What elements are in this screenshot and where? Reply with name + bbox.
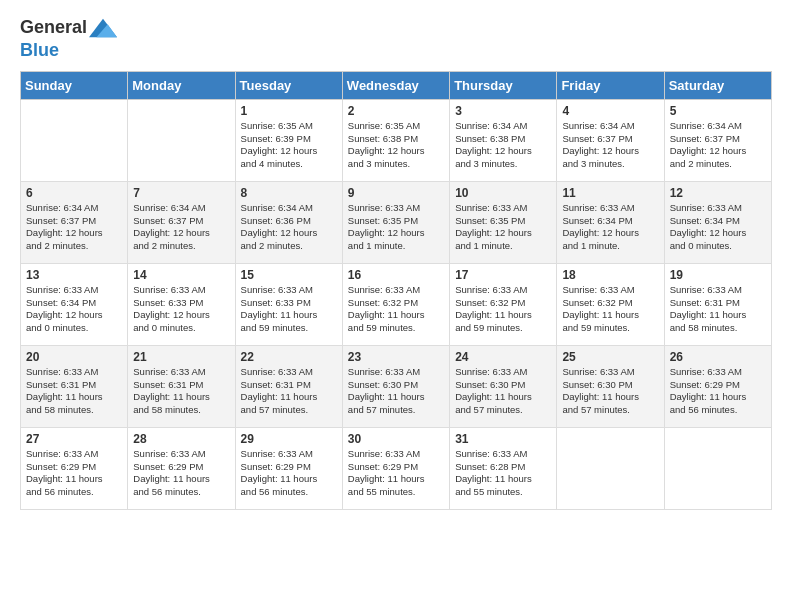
cell-content: Sunrise: 6:33 AM Sunset: 6:35 PM Dayligh… (348, 202, 444, 253)
cell-content: Sunrise: 6:33 AM Sunset: 6:31 PM Dayligh… (133, 366, 229, 417)
calendar-cell: 7Sunrise: 6:34 AM Sunset: 6:37 PM Daylig… (128, 181, 235, 263)
cell-content: Sunrise: 6:35 AM Sunset: 6:39 PM Dayligh… (241, 120, 337, 171)
calendar-week-2: 6Sunrise: 6:34 AM Sunset: 6:37 PM Daylig… (21, 181, 772, 263)
calendar-week-3: 13Sunrise: 6:33 AM Sunset: 6:34 PM Dayli… (21, 263, 772, 345)
calendar-cell: 27Sunrise: 6:33 AM Sunset: 6:29 PM Dayli… (21, 427, 128, 509)
logo-text: General (20, 16, 117, 40)
day-number: 21 (133, 350, 229, 364)
calendar-cell: 23Sunrise: 6:33 AM Sunset: 6:30 PM Dayli… (342, 345, 449, 427)
day-number: 13 (26, 268, 122, 282)
calendar-cell: 3Sunrise: 6:34 AM Sunset: 6:38 PM Daylig… (450, 99, 557, 181)
calendar-cell: 4Sunrise: 6:34 AM Sunset: 6:37 PM Daylig… (557, 99, 664, 181)
calendar-cell: 17Sunrise: 6:33 AM Sunset: 6:32 PM Dayli… (450, 263, 557, 345)
calendar-cell: 15Sunrise: 6:33 AM Sunset: 6:33 PM Dayli… (235, 263, 342, 345)
calendar-cell: 28Sunrise: 6:33 AM Sunset: 6:29 PM Dayli… (128, 427, 235, 509)
day-number: 5 (670, 104, 766, 118)
calendar-cell: 30Sunrise: 6:33 AM Sunset: 6:29 PM Dayli… (342, 427, 449, 509)
day-number: 10 (455, 186, 551, 200)
calendar-week-1: 1Sunrise: 6:35 AM Sunset: 6:39 PM Daylig… (21, 99, 772, 181)
cell-content: Sunrise: 6:33 AM Sunset: 6:31 PM Dayligh… (670, 284, 766, 335)
cell-content: Sunrise: 6:34 AM Sunset: 6:36 PM Dayligh… (241, 202, 337, 253)
day-number: 20 (26, 350, 122, 364)
calendar-cell: 6Sunrise: 6:34 AM Sunset: 6:37 PM Daylig… (21, 181, 128, 263)
calendar-cell: 24Sunrise: 6:33 AM Sunset: 6:30 PM Dayli… (450, 345, 557, 427)
calendar-header-saturday: Saturday (664, 71, 771, 99)
calendar-cell: 19Sunrise: 6:33 AM Sunset: 6:31 PM Dayli… (664, 263, 771, 345)
cell-content: Sunrise: 6:35 AM Sunset: 6:38 PM Dayligh… (348, 120, 444, 171)
cell-content: Sunrise: 6:33 AM Sunset: 6:29 PM Dayligh… (133, 448, 229, 499)
day-number: 1 (241, 104, 337, 118)
logo-blue: Blue (20, 40, 117, 61)
cell-content: Sunrise: 6:34 AM Sunset: 6:37 PM Dayligh… (562, 120, 658, 171)
day-number: 12 (670, 186, 766, 200)
cell-content: Sunrise: 6:33 AM Sunset: 6:34 PM Dayligh… (670, 202, 766, 253)
calendar-header-friday: Friday (557, 71, 664, 99)
day-number: 2 (348, 104, 444, 118)
cell-content: Sunrise: 6:33 AM Sunset: 6:35 PM Dayligh… (455, 202, 551, 253)
cell-content: Sunrise: 6:34 AM Sunset: 6:38 PM Dayligh… (455, 120, 551, 171)
day-number: 26 (670, 350, 766, 364)
calendar-cell: 29Sunrise: 6:33 AM Sunset: 6:29 PM Dayli… (235, 427, 342, 509)
calendar-cell: 18Sunrise: 6:33 AM Sunset: 6:32 PM Dayli… (557, 263, 664, 345)
cell-content: Sunrise: 6:33 AM Sunset: 6:29 PM Dayligh… (26, 448, 122, 499)
day-number: 15 (241, 268, 337, 282)
cell-content: Sunrise: 6:33 AM Sunset: 6:32 PM Dayligh… (562, 284, 658, 335)
calendar-cell: 5Sunrise: 6:34 AM Sunset: 6:37 PM Daylig… (664, 99, 771, 181)
calendar-cell: 12Sunrise: 6:33 AM Sunset: 6:34 PM Dayli… (664, 181, 771, 263)
day-number: 9 (348, 186, 444, 200)
cell-content: Sunrise: 6:33 AM Sunset: 6:34 PM Dayligh… (26, 284, 122, 335)
calendar-header-tuesday: Tuesday (235, 71, 342, 99)
calendar-cell: 22Sunrise: 6:33 AM Sunset: 6:31 PM Dayli… (235, 345, 342, 427)
cell-content: Sunrise: 6:33 AM Sunset: 6:34 PM Dayligh… (562, 202, 658, 253)
cell-content: Sunrise: 6:33 AM Sunset: 6:29 PM Dayligh… (670, 366, 766, 417)
day-number: 17 (455, 268, 551, 282)
page: General Blue SundayMondayTuesdayWednesda… (0, 0, 792, 520)
calendar-week-4: 20Sunrise: 6:33 AM Sunset: 6:31 PM Dayli… (21, 345, 772, 427)
cell-content: Sunrise: 6:33 AM Sunset: 6:29 PM Dayligh… (348, 448, 444, 499)
cell-content: Sunrise: 6:33 AM Sunset: 6:33 PM Dayligh… (241, 284, 337, 335)
day-number: 6 (26, 186, 122, 200)
calendar-cell: 8Sunrise: 6:34 AM Sunset: 6:36 PM Daylig… (235, 181, 342, 263)
day-number: 31 (455, 432, 551, 446)
calendar-cell: 11Sunrise: 6:33 AM Sunset: 6:34 PM Dayli… (557, 181, 664, 263)
calendar-cell (557, 427, 664, 509)
cell-content: Sunrise: 6:33 AM Sunset: 6:31 PM Dayligh… (241, 366, 337, 417)
day-number: 8 (241, 186, 337, 200)
calendar-table: SundayMondayTuesdayWednesdayThursdayFrid… (20, 71, 772, 510)
day-number: 28 (133, 432, 229, 446)
cell-content: Sunrise: 6:33 AM Sunset: 6:31 PM Dayligh… (26, 366, 122, 417)
cell-content: Sunrise: 6:33 AM Sunset: 6:32 PM Dayligh… (348, 284, 444, 335)
cell-content: Sunrise: 6:33 AM Sunset: 6:32 PM Dayligh… (455, 284, 551, 335)
calendar-cell: 13Sunrise: 6:33 AM Sunset: 6:34 PM Dayli… (21, 263, 128, 345)
calendar-cell: 2Sunrise: 6:35 AM Sunset: 6:38 PM Daylig… (342, 99, 449, 181)
calendar-week-5: 27Sunrise: 6:33 AM Sunset: 6:29 PM Dayli… (21, 427, 772, 509)
day-number: 3 (455, 104, 551, 118)
calendar-header-wednesday: Wednesday (342, 71, 449, 99)
day-number: 30 (348, 432, 444, 446)
calendar-cell: 26Sunrise: 6:33 AM Sunset: 6:29 PM Dayli… (664, 345, 771, 427)
cell-content: Sunrise: 6:34 AM Sunset: 6:37 PM Dayligh… (670, 120, 766, 171)
cell-content: Sunrise: 6:33 AM Sunset: 6:30 PM Dayligh… (562, 366, 658, 417)
calendar-cell: 9Sunrise: 6:33 AM Sunset: 6:35 PM Daylig… (342, 181, 449, 263)
cell-content: Sunrise: 6:33 AM Sunset: 6:33 PM Dayligh… (133, 284, 229, 335)
logo-icon (89, 16, 117, 40)
day-number: 14 (133, 268, 229, 282)
day-number: 11 (562, 186, 658, 200)
calendar-cell: 1Sunrise: 6:35 AM Sunset: 6:39 PM Daylig… (235, 99, 342, 181)
cell-content: Sunrise: 6:33 AM Sunset: 6:29 PM Dayligh… (241, 448, 337, 499)
day-number: 22 (241, 350, 337, 364)
cell-content: Sunrise: 6:33 AM Sunset: 6:30 PM Dayligh… (348, 366, 444, 417)
calendar-cell: 16Sunrise: 6:33 AM Sunset: 6:32 PM Dayli… (342, 263, 449, 345)
day-number: 7 (133, 186, 229, 200)
cell-content: Sunrise: 6:33 AM Sunset: 6:30 PM Dayligh… (455, 366, 551, 417)
calendar-cell: 31Sunrise: 6:33 AM Sunset: 6:28 PM Dayli… (450, 427, 557, 509)
calendar-cell: 14Sunrise: 6:33 AM Sunset: 6:33 PM Dayli… (128, 263, 235, 345)
calendar-header-sunday: Sunday (21, 71, 128, 99)
calendar-cell: 10Sunrise: 6:33 AM Sunset: 6:35 PM Dayli… (450, 181, 557, 263)
day-number: 24 (455, 350, 551, 364)
day-number: 18 (562, 268, 658, 282)
calendar-cell (664, 427, 771, 509)
day-number: 19 (670, 268, 766, 282)
calendar-header-monday: Monday (128, 71, 235, 99)
cell-content: Sunrise: 6:33 AM Sunset: 6:28 PM Dayligh… (455, 448, 551, 499)
